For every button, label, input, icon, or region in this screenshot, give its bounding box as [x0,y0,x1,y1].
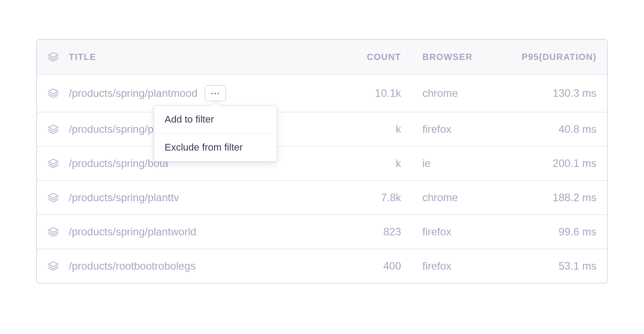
row-title: /products/spring/plantmood [69,87,198,99]
table-row[interactable]: /products/spring/plant k firefox 40.8 ms [37,112,607,147]
row-count: 7.8k [345,181,412,215]
row-p95: 200.1 ms [509,147,607,180]
row-browser: firefox [412,112,509,146]
table-row[interactable]: /products/spring/bota k ie 200.1 ms [37,147,607,181]
stack-icon [48,51,59,63]
row-browser: ie [412,147,509,180]
row-title: /products/rootbootrobolegs [69,260,196,272]
row-title: /products/spring/planttv [69,191,179,204]
row-p95: 130.3 ms [509,76,607,110]
table-row[interactable]: /products/rootbootrobolegs 400 firefox 5… [37,249,607,283]
row-count: 823 [345,215,412,249]
svg-marker-5 [48,227,58,232]
row-actions-button[interactable]: Add to filter Exclude from filter [205,85,226,101]
svg-marker-6 [48,262,58,266]
stack-icon [48,192,59,203]
svg-marker-4 [48,193,58,198]
row-browser: chrome [412,76,509,110]
row-browser: firefox [412,249,509,283]
table-row[interactable]: /products/spring/planttv 7.8k chrome 188… [37,181,607,215]
stack-icon [48,87,59,99]
col-header-p95[interactable]: P95(DURATION) [509,40,607,74]
row-p95: 40.8 ms [509,112,607,146]
menu-item-exclude-from-filter[interactable]: Exclude from filter [154,134,277,161]
svg-marker-3 [48,159,58,164]
row-count: k [345,147,412,180]
row-count: 10.1k [345,76,412,110]
col-header-browser[interactable]: BROWSER [412,40,509,74]
row-p95: 99.6 ms [509,215,607,249]
stack-icon [48,123,59,135]
row-count: k [345,112,412,146]
stack-icon [48,226,59,238]
col-header-count[interactable]: COUNT [345,40,412,74]
table-header-row: TITLE COUNT BROWSER P95(DURATION) [37,40,607,75]
col-header-title-label: TITLE [69,52,96,62]
col-header-browser-label: BROWSER [422,52,473,62]
svg-marker-0 [48,52,58,57]
row-actions-popover: Add to filter Exclude from filter [154,105,277,162]
stack-icon [48,158,59,169]
row-browser: firefox [412,215,509,249]
menu-item-add-to-filter[interactable]: Add to filter [154,106,277,134]
svg-marker-2 [48,125,58,130]
svg-marker-1 [48,89,58,94]
col-header-count-label: COUNT [367,52,401,62]
row-count: 400 [345,249,412,283]
stack-icon [48,260,59,272]
col-header-title[interactable]: TITLE [37,40,345,74]
row-browser: chrome [412,181,509,215]
row-p95: 188.2 ms [509,181,607,215]
table-row[interactable]: /products/spring/plantworld 823 firefox … [37,215,607,249]
row-p95: 53.1 ms [509,249,607,283]
col-header-p95-label: P95(DURATION) [521,52,596,62]
data-table: TITLE COUNT BROWSER P95(DURATION) [36,39,608,283]
row-title: /products/spring/plantworld [69,226,196,238]
table-row[interactable]: /products/spring/plantmood Add to filter… [37,75,607,112]
